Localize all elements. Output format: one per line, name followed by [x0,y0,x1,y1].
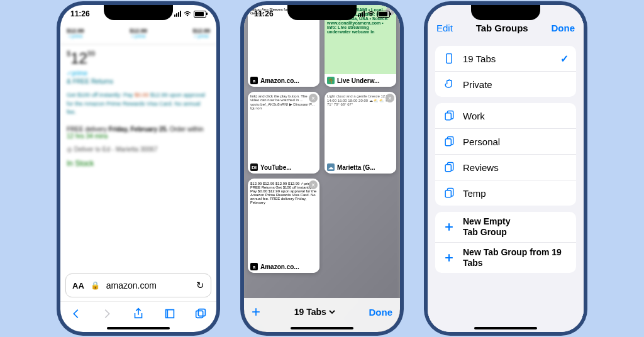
svg-rect-0 [196,311,203,318]
tab-preview: Light cloud and a gentle breeze 12:00 14… [325,92,396,161]
home-indicator[interactable] [474,327,537,329]
tab-title: Marietta (G... [337,164,375,171]
tab-title: Live Underw... [337,77,379,84]
plus-icon [443,221,455,233]
home-indicator[interactable] [107,327,170,329]
tab-group-row[interactable]: New EmptyTab Group [435,212,576,243]
text-size-button[interactable]: AA [72,281,84,290]
close-tab-button[interactable]: × [309,180,318,189]
price-cents: 99 [87,50,95,57]
prime-badge: ✓prime [67,70,210,77]
deliver-location[interactable]: ◎ Deliver to Ed - Marietta 30067 [67,146,210,153]
tab-group-row[interactable]: Temp [435,180,576,206]
wifi-icon [184,11,191,17]
copy-icon [443,109,455,122]
tab-group-selector[interactable]: 19 Tabs [294,307,335,317]
stock-status: In Stock [67,159,210,168]
copy-icon [443,161,455,174]
edit-button[interactable]: Edit [436,23,453,33]
new-tab-button[interactable]: + [252,303,260,321]
tab-tile[interactable]: ×link) and click the play button. The vi… [248,92,319,174]
prime-badge: ✓prime [67,34,84,39]
tab-title: Amazon.co... [260,77,299,84]
signal-icon [174,11,181,17]
row-label: 19 Tabs [463,53,553,64]
status-time: 11:26 [254,9,274,18]
tab-tile[interactable]: ×$12.99 $12.99 $12.99 $12.99 ✓prime & FR… [248,179,319,273]
delivery-text: Order within [168,126,204,133]
tab-label: 🌴Live Underw... [325,74,396,87]
tab-tile[interactable]: ×Light cloud and a gentle breeze 12:00 1… [325,92,396,174]
row-label: Temp [463,188,569,199]
tab-switcher[interactable]: ×Tattoo Arm Sleeves for Man Sponsored Ge… [244,5,400,332]
tab-label: DIYouTube... [248,161,319,174]
delivery-text: FREE delivery [67,126,109,133]
tab-preview: $12.99 $12.99 $12.99 $12.99 ✓prime & FRE… [248,179,319,260]
close-tab-button[interactable]: × [309,94,318,102]
notch [104,5,173,20]
tab-group-row[interactable]: Reviews [435,155,576,180]
done-button[interactable]: Done [551,23,575,33]
signal-icon [358,11,365,17]
favicon: a [250,263,258,270]
tab-label: ☁Marietta (G... [325,161,396,174]
favicon: 🌴 [327,77,335,84]
svg-rect-6 [445,191,451,197]
home-indicator[interactable] [291,327,353,329]
address-domain[interactable]: amazon.com [106,280,190,290]
bookmarks-button[interactable] [163,307,177,321]
phone-1: 11:26 $12.99✓prime $12.99✓prime $12.99✓p… [57,1,220,336]
small-price: $12.99 [130,28,147,34]
price-whole: 12 [70,50,87,67]
close-tab-button[interactable]: × [386,94,394,102]
forward-button[interactable] [100,307,114,321]
tab-group-row[interactable]: Personal [435,129,576,155]
tab-group-row[interactable]: 19 Tabs✓ [435,46,576,72]
returns-link[interactable]: & FREE Returns [67,78,210,85]
safari-page-content[interactable]: $12.99✓prime $12.99✓prime $12.99✓prime $… [60,23,216,273]
svg-rect-5 [445,165,451,172]
status-time: 11:26 [70,9,90,18]
tab-group-row[interactable]: Private [435,72,576,97]
tabs-button[interactable] [194,307,208,321]
done-button[interactable]: Done [369,307,393,318]
tab-label: aAmazon.co... [248,74,319,87]
tab-title: Amazon.co... [260,263,299,270]
reload-button[interactable]: ↻ [196,280,204,291]
favicon: DI [250,163,258,171]
back-button[interactable] [69,307,83,321]
svg-rect-3 [445,113,451,120]
copy-icon [443,135,455,148]
chevron-down-icon [329,309,335,315]
row-label: Personal [463,136,569,147]
tab-group-list-user: WorkPersonalReviewsTemp [435,103,576,206]
row-label: Private [463,79,569,90]
svg-rect-2 [447,54,452,64]
tab-group-list-actions: New EmptyTab GroupNew Tab Group from 19 … [435,212,576,273]
phone-icon [443,52,455,65]
share-button[interactable] [131,307,145,321]
prime-badge: ✓prime [130,34,147,39]
small-price: $12.99 [67,28,84,34]
offer-text: Get $100 off instantly: Pay [67,92,135,98]
row-label: Reviews [463,162,569,173]
phone-2: 11:26 ×Tattoo Arm Sleeves for Man Sponso… [240,1,404,336]
address-bar[interactable]: AA 🔒 amazon.com ↻ [65,273,211,297]
sheet-title: Tab Groups [476,23,528,33]
prime-badge: ✓prime [192,34,210,39]
row-label: Work [463,111,569,121]
tab-title: YouTube... [260,164,292,171]
delivery-date: Friday, February 25. [109,126,168,133]
svg-rect-4 [445,139,451,146]
tab-group-row[interactable]: New Tab Group from 19 Tabs [435,243,576,273]
tab-preview: link) and click the play button. The vid… [248,92,319,161]
delivery-countdown: 12 hrs 34 mins [67,133,108,140]
plus-icon [443,251,455,264]
battery-icon [194,11,206,18]
offer-price: $0.00 [135,92,149,98]
small-price: $12.99 [192,28,210,34]
row-label: New Tab Group from 19 Tabs [463,247,569,268]
tab-group-row[interactable]: Work [435,103,576,129]
row-label: New EmptyTab Group [463,216,569,238]
hand-icon [443,78,455,91]
